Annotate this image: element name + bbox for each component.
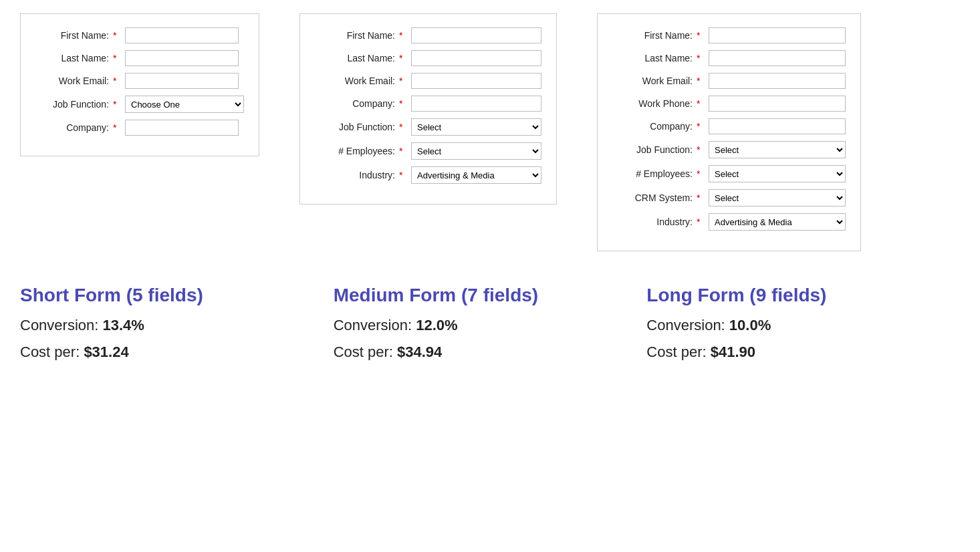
short-conversion-row: Conversion: 13.4% xyxy=(20,317,320,334)
medium-employees-star: * xyxy=(399,146,407,156)
long-first-name-row: First Name: * xyxy=(612,27,846,43)
long-first-name-label: First Name: xyxy=(612,30,693,41)
long-cost-row: Cost per: $41.90 xyxy=(646,343,947,361)
medium-job-function-row: Job Function: * Select Marketing Sales I… xyxy=(315,118,541,136)
long-stats: Long Form (9 fields) Conversion: 10.0% C… xyxy=(646,285,960,370)
long-company-star: * xyxy=(697,121,705,132)
short-company-label: Company: xyxy=(35,122,109,133)
medium-job-function-star: * xyxy=(399,122,407,132)
medium-last-name-row: Last Name: * xyxy=(315,50,541,66)
medium-form: First Name: * Last Name: * Work Email: *… xyxy=(299,13,557,204)
short-work-email-input[interactable] xyxy=(125,73,239,89)
short-job-function-label: Job Function: xyxy=(35,99,109,110)
long-first-name-input[interactable] xyxy=(709,27,846,43)
short-work-email-label: Work Email: xyxy=(35,76,109,86)
long-cost-value: $41.90 xyxy=(711,343,755,360)
medium-employees-row: # Employees: * Select 1-10 11-50 51-200 xyxy=(315,142,541,160)
short-first-name-star: * xyxy=(113,30,121,41)
long-stats-title: Long Form (9 fields) xyxy=(646,285,947,306)
long-crm-row: CRM System: * Select Salesforce HubSpot xyxy=(612,189,846,206)
long-company-input[interactable] xyxy=(709,118,846,134)
short-work-email-row: Work Email: * xyxy=(35,73,244,89)
long-employees-select[interactable]: Select 1-10 11-50 xyxy=(709,165,846,182)
long-conversion-value: 10.0% xyxy=(729,317,771,333)
long-work-email-input[interactable] xyxy=(709,73,846,89)
medium-cost-row: Cost per: $34.94 xyxy=(334,343,634,361)
long-crm-star: * xyxy=(697,192,705,203)
medium-employees-select[interactable]: Select 1-10 11-50 51-200 xyxy=(411,142,541,160)
short-last-name-row: Last Name: * xyxy=(35,50,244,66)
short-first-name-input[interactable] xyxy=(125,27,239,43)
short-cost-label: Cost per: xyxy=(20,343,84,360)
short-company-input[interactable] xyxy=(125,120,239,136)
short-first-name-row: First Name: * xyxy=(35,27,244,43)
medium-last-name-label: Last Name: xyxy=(315,53,395,63)
long-work-phone-input[interactable] xyxy=(709,96,846,112)
long-work-email-star: * xyxy=(697,76,705,86)
medium-employees-label: # Employees: xyxy=(315,146,395,156)
long-last-name-input[interactable] xyxy=(709,50,846,66)
long-last-name-label: Last Name: xyxy=(612,53,693,63)
long-job-function-label: Job Function: xyxy=(612,144,693,155)
short-cost-row: Cost per: $31.24 xyxy=(20,343,320,361)
long-work-phone-star: * xyxy=(697,98,705,109)
long-industry-label: Industry: xyxy=(612,217,693,227)
forms-section: First Name: * Last Name: * Work Email: *… xyxy=(20,13,960,251)
medium-job-function-label: Job Function: xyxy=(315,122,395,132)
medium-conversion-label: Conversion: xyxy=(334,317,416,333)
short-last-name-input[interactable] xyxy=(125,50,239,66)
medium-work-email-input[interactable] xyxy=(411,73,541,89)
medium-industry-label: Industry: xyxy=(315,170,395,180)
medium-last-name-input[interactable] xyxy=(411,50,541,66)
long-conversion-label: Conversion: xyxy=(646,317,729,333)
medium-work-email-label: Work Email: xyxy=(315,76,395,86)
long-form: First Name: * Last Name: * Work Email: *… xyxy=(597,13,861,251)
medium-industry-select[interactable]: Advertising & Media Technology Finance xyxy=(411,166,541,184)
short-last-name-label: Last Name: xyxy=(35,53,109,63)
medium-company-input[interactable] xyxy=(411,96,541,112)
long-employees-star: * xyxy=(697,168,705,179)
long-last-name-row: Last Name: * xyxy=(612,50,846,66)
long-job-function-star: * xyxy=(697,144,705,155)
short-first-name-label: First Name: xyxy=(35,30,109,41)
medium-first-name-label: First Name: xyxy=(315,30,395,41)
long-crm-label: CRM System: xyxy=(612,192,693,203)
medium-conversion-row: Conversion: 12.0% xyxy=(334,317,634,334)
short-last-name-star: * xyxy=(113,53,121,63)
medium-company-star: * xyxy=(399,98,407,109)
long-work-phone-label: Work Phone: xyxy=(612,98,693,109)
long-first-name-star: * xyxy=(697,30,705,41)
medium-stats-title: Medium Form (7 fields) xyxy=(334,285,634,306)
medium-work-email-star: * xyxy=(399,76,407,86)
medium-job-function-select[interactable]: Select Marketing Sales IT xyxy=(411,118,541,136)
medium-industry-star: * xyxy=(399,170,407,180)
long-industry-star: * xyxy=(697,217,705,227)
long-work-phone-row: Work Phone: * xyxy=(612,96,846,112)
long-industry-row: Industry: * Advertising & Media Technolo… xyxy=(612,213,846,231)
medium-cost-value: $34.94 xyxy=(397,343,442,360)
short-job-function-select[interactable]: Choose One Marketing Sales IT xyxy=(125,96,244,113)
long-job-function-select[interactable]: Select Marketing Sales IT xyxy=(709,141,846,158)
short-work-email-star: * xyxy=(113,76,121,86)
short-company-star: * xyxy=(113,122,121,133)
short-stats: Short Form (5 fields) Conversion: 13.4% … xyxy=(20,285,334,370)
long-employees-row: # Employees: * Select 1-10 11-50 xyxy=(612,165,846,182)
medium-cost-label: Cost per: xyxy=(334,343,397,360)
medium-last-name-star: * xyxy=(399,53,407,63)
long-company-label: Company: xyxy=(612,121,693,132)
medium-stats: Medium Form (7 fields) Conversion: 12.0%… xyxy=(334,285,647,370)
medium-work-email-row: Work Email: * xyxy=(315,73,541,89)
medium-first-name-star: * xyxy=(399,30,407,41)
long-crm-select[interactable]: Select Salesforce HubSpot xyxy=(709,189,846,206)
medium-first-name-input[interactable] xyxy=(411,27,541,43)
short-conversion-value: 13.4% xyxy=(103,317,144,333)
short-form: First Name: * Last Name: * Work Email: *… xyxy=(20,13,259,156)
short-job-function-star: * xyxy=(113,99,121,110)
short-stats-title: Short Form (5 fields) xyxy=(20,285,320,306)
short-job-function-row: Job Function: * Choose One Marketing Sal… xyxy=(35,96,244,113)
short-cost-value: $31.24 xyxy=(84,343,128,360)
long-employees-label: # Employees: xyxy=(612,168,693,179)
long-industry-select[interactable]: Advertising & Media Technology Finance xyxy=(709,213,846,231)
medium-company-label: Company: xyxy=(315,98,395,109)
long-work-email-row: Work Email: * xyxy=(612,73,846,89)
